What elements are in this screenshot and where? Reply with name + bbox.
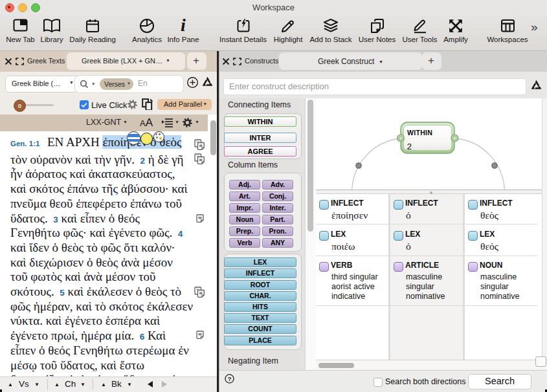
svg-text:?: ? xyxy=(228,376,232,382)
svg-text:WITHIN: WITHIN xyxy=(407,129,432,136)
svg-text:2: 2 xyxy=(407,142,412,151)
svg-text:i: i xyxy=(181,17,186,34)
